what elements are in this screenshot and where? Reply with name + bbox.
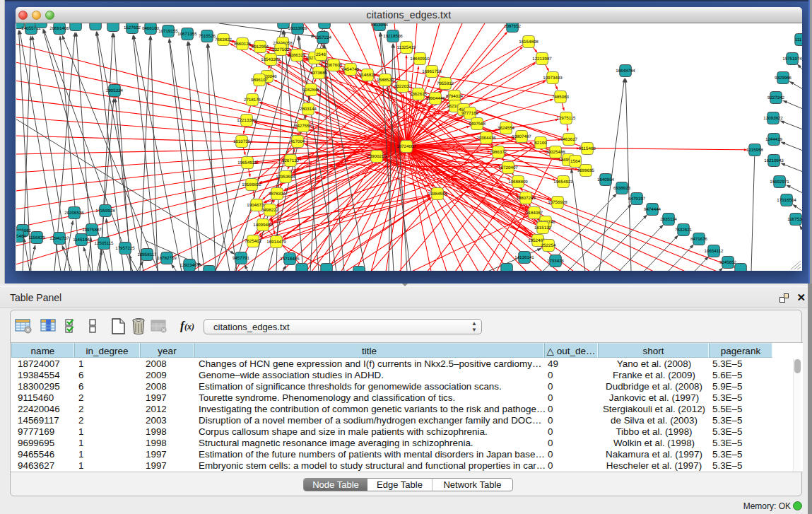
svg-text:16961758: 16961758 [422,69,442,74]
svg-text:19654923: 19654923 [553,180,573,185]
svg-text:9777169: 9777169 [461,111,479,116]
svg-text:8454749: 8454749 [342,67,360,72]
svg-text:1156829: 1156829 [28,235,45,240]
svg-text:19654925: 19654925 [237,160,257,165]
svg-text:8912954: 8912954 [252,45,269,49]
svg-text:7632621: 7632621 [675,228,693,233]
svg-text:2935114: 2935114 [660,217,677,222]
svg-text:6479197: 6479197 [628,197,646,201]
svg-text:1615132: 1615132 [534,226,552,230]
svg-text:14136141: 14136141 [514,255,534,260]
svg-text:62100: 62100 [534,141,547,146]
svg-text:10654112: 10654112 [704,249,724,254]
svg-text:16914479: 16914479 [266,240,286,245]
svg-text:17957225: 17957225 [115,246,135,251]
svg-text:1640954: 1640954 [597,177,615,182]
svg-text:10719155: 10719155 [158,29,178,34]
svg-text:6794024: 6794024 [446,94,464,99]
svg-text:12093822: 12093822 [763,116,783,121]
svg-text:8813054: 8813054 [371,23,389,28]
svg-text:11170: 11170 [795,37,807,42]
svg-text:9699695: 9699695 [577,168,595,173]
svg-text:9115460: 9115460 [579,146,596,151]
svg-text:2546: 2546 [316,52,326,57]
svg-text:9463627: 9463627 [560,137,578,142]
svg-text:12942737: 12942737 [49,236,69,241]
svg-text:417004: 417004 [290,139,305,144]
svg-text:16154808: 16154808 [519,40,539,45]
svg-text:12505115: 12505115 [94,241,114,246]
svg-text:9474444: 9474444 [644,207,661,212]
svg-text:9327503: 9327503 [272,47,290,52]
svg-text:19046738: 19046738 [247,203,266,208]
svg-text:1362615: 1362615 [410,92,428,97]
svg-text:1215958: 1215958 [746,148,764,153]
svg-text:10025488: 10025488 [546,150,565,155]
svg-text:(x): (x) [184,322,194,332]
svg-text:15692971: 15692971 [770,180,789,185]
svg-text:10958117: 10958117 [137,252,157,257]
svg-text:9184067: 9184067 [526,211,543,216]
svg-text:20364436: 20364436 [476,136,496,141]
svg-text:10688809: 10688809 [508,180,528,185]
svg-text:14099489: 14099489 [253,223,273,228]
svg-text:7515526: 7515526 [199,34,216,39]
svg-text:9457791: 9457791 [233,256,250,261]
svg-text:12923468: 12923468 [180,263,199,268]
svg-text:8660126: 8660126 [234,42,252,47]
svg-text:8427552: 8427552 [295,124,312,129]
svg-text:6466160: 6466160 [142,26,160,31]
svg-text:9115460: 9115460 [9,234,26,239]
svg-text:11325419: 11325419 [396,45,416,50]
svg-text:1588520: 1588520 [377,78,394,83]
svg-text:12213389: 12213389 [237,118,257,123]
svg-text:10973493: 10973493 [543,76,563,81]
svg-text:9245652: 9245652 [719,260,737,265]
svg-text:12975115: 12975115 [556,116,576,121]
svg-text:2718176: 2718176 [244,98,261,103]
svg-text:8471676: 8471676 [690,237,708,242]
svg-text:8186328: 8186328 [288,53,306,58]
svg-text:18807249: 18807249 [516,196,536,201]
svg-text:16648784: 16648784 [616,69,635,74]
svg-text:2367608: 2367608 [325,63,343,68]
svg-text:23900215: 23900215 [367,154,387,159]
svg-text:10807487: 10807487 [512,134,531,139]
svg-text:10671355: 10671355 [177,32,197,37]
svg-text:19218506: 19218506 [383,34,403,39]
svg-text:6497568: 6497568 [469,122,486,127]
svg-text:10756928: 10756928 [548,200,567,205]
svg-text:9242848: 9242848 [302,88,320,93]
svg-text:8322037: 8322037 [394,84,412,89]
svg-text:3498222: 3498222 [261,208,279,213]
svg-text:1145194: 1145194 [73,238,90,243]
svg-text:1564: 1564 [570,159,580,164]
svg-text:16033809: 16033809 [288,26,307,31]
svg-text:16782759: 16782759 [157,256,177,261]
svg-text:16543362: 16543362 [261,57,281,62]
svg-text:19384554: 19384554 [428,192,447,197]
svg-text:16210643: 16210643 [764,158,784,163]
svg-text:19904448: 19904448 [425,96,445,101]
svg-text:18640910: 18640910 [410,57,430,62]
svg-text:252254: 252254 [541,243,556,248]
svg-text:1733426: 1733426 [547,259,565,264]
svg-text:17359928: 17359928 [95,209,115,214]
svg-text:15720407: 15720407 [498,165,518,170]
svg-text:2803144: 2803144 [300,107,317,112]
svg-text:7663822: 7663822 [215,37,233,42]
svg-text:7986372: 7986372 [490,150,507,155]
svg-text:19166822: 19166822 [242,182,261,187]
svg-text:15716485: 15716485 [280,257,300,262]
svg-text:1527602: 1527602 [124,25,141,30]
svg-text:15751074: 15751074 [782,57,802,62]
svg-text:1244419: 1244419 [765,137,783,142]
svg-text:3267130: 3267130 [282,158,300,163]
svg-text:1010755: 1010755 [233,139,251,144]
svg-text:9329966: 9329966 [775,76,792,81]
svg-text:18724007: 18724007 [396,144,416,149]
svg-text:6938923: 6938923 [613,186,631,191]
svg-text:12353594: 12353594 [276,175,295,180]
svg-text:2905334: 2905334 [106,88,124,93]
svg-text:12213987: 12213987 [532,57,552,62]
